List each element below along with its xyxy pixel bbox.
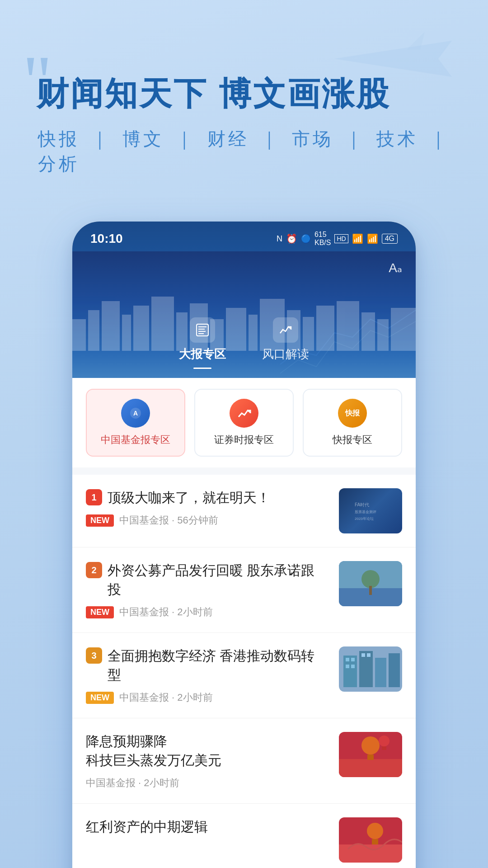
news-item-1[interactable]: 1 顶级大咖来了，就在明天！ NEW 中国基金报 · 56分钟前 FA时代 (72, 475, 416, 547)
status-icons: N ⏰ 🔵 615KB/S HD 📶 📶 4G (277, 231, 398, 247)
rank-badge-2: 2 (86, 562, 102, 578)
news-source-4: 中国基金报 · 2小时前 (86, 776, 179, 790)
news-title-2: 外资公募产品发行回暖 股东承诺跟投 (108, 561, 328, 599)
svg-point-30 (361, 570, 380, 588)
phone-header: 10:10 N ⏰ 🔵 615KB/S HD 📶 📶 4G (72, 222, 416, 378)
news-meta-2: NEW 中国基金报 · 2小时前 (86, 605, 328, 619)
news-content-3: 3 全面拥抱数字经济 香港推动数码转型 NEW 中国基金报 · 2小时前 (86, 646, 328, 704)
nav-item-dabao[interactable]: 大报专区 (179, 317, 226, 369)
subtitle-jishu: 技术 (376, 129, 418, 149)
font-size-icon[interactable]: Aₐ (389, 260, 402, 275)
nav-icon-dabao (190, 317, 215, 343)
subtitle-kuaibao: 快报 (38, 129, 80, 149)
subtitle-caijing: 财经 (207, 129, 249, 149)
rank-badge-1: 1 (86, 489, 102, 505)
status-time: 10:10 (90, 231, 123, 246)
battery-badge: 4G (382, 234, 398, 244)
thumb-inner-1: FA时代 股票基金测评 2023年论坛 (339, 488, 402, 533)
news-source-1: 中国基金报 · 56分钟前 (119, 514, 218, 527)
svg-rect-52 (372, 839, 378, 844)
nav-label-fengkou: 风口解读 (262, 346, 309, 362)
kuaibao-icon-text: 快报 (345, 409, 360, 418)
cat-label-jijin: 中国基金报专区 (101, 433, 170, 447)
subtitle-shichang: 市场 (292, 129, 333, 149)
svg-rect-35 (375, 658, 386, 687)
news-item-4[interactable]: 降息预期骤降科技巨头蒸发万亿美元 中国基金报 · 2小时前 (72, 718, 416, 804)
phone-mockup: 10:10 N ⏰ 🔵 615KB/S HD 📶 📶 4G (72, 222, 416, 868)
news-title-3: 全面拥抱数字经济 香港推动数码转型 (108, 646, 328, 684)
alarm-icon: ⏰ (286, 233, 297, 244)
hero-subtitle: 快报 ｜ 博文 ｜ 财经 ｜ 市场 ｜ 技术 ｜ 分析 (36, 127, 452, 176)
subtitle-fenxi: 分析 (38, 154, 80, 174)
rank-badge-3: 3 (86, 647, 102, 664)
news-item-2[interactable]: 2 外资公募产品发行回暖 股东承诺跟投 NEW 中国基金报 · 2小时前 (72, 547, 416, 633)
svg-point-45 (361, 736, 380, 755)
svg-point-51 (367, 823, 383, 839)
news-title-row-3: 3 全面拥抱数字经济 香港推动数码转型 (86, 646, 328, 684)
svg-text:FA时代: FA时代 (355, 502, 369, 507)
svg-rect-39 (346, 665, 349, 668)
news-content-2: 2 外资公募产品发行回暖 股东承诺跟投 NEW 中国基金报 · 2小时前 (86, 561, 328, 619)
news-meta-4: 中国基金报 · 2小时前 (86, 776, 328, 790)
news-source-2: 中国基金报 · 2小时前 (119, 605, 213, 619)
news-title-row-4: 降息预期骤降科技巨头蒸发万亿美元 (86, 732, 328, 770)
news-content-4: 降息预期骤降科技巨头蒸发万亿美元 中国基金报 · 2小时前 (86, 732, 328, 790)
phone-content: A 中国基金报专区 证券时报专区 (72, 378, 416, 868)
tab-kuaibao[interactable]: 快报 快报专区 (303, 389, 402, 457)
svg-rect-31 (369, 586, 372, 595)
svg-rect-19 (197, 324, 208, 336)
news-title-5: 红利资产的中期逻辑 (86, 817, 208, 836)
tab-zhengquan-shibao[interactable]: 证券时报专区 (194, 389, 294, 457)
network-icon: N (277, 234, 282, 244)
subtitle-sep5: ｜ (429, 129, 450, 149)
news-meta-1: NEW 中国基金报 · 56分钟前 (86, 514, 328, 527)
new-badge-3: NEW (86, 692, 114, 704)
news-item-5[interactable]: 红利资产的中期逻辑 (72, 804, 416, 868)
subtitle-sep3: ｜ (260, 129, 288, 149)
wifi-icon: 📶 (352, 233, 363, 244)
news-content-1: 1 顶级大咖来了，就在明天！ NEW 中国基金报 · 56分钟前 (86, 488, 328, 527)
svg-rect-38 (351, 658, 355, 661)
news-list: 1 顶级大咖来了，就在明天！ NEW 中国基金报 · 56分钟前 FA时代 (72, 475, 416, 868)
subtitle-sep4: ｜ (345, 129, 373, 149)
svg-text:2023年论坛: 2023年论坛 (355, 517, 374, 521)
svg-rect-36 (389, 653, 400, 687)
subtitle-sep2: ｜ (175, 129, 203, 149)
thumb-inner-2 (339, 561, 402, 606)
tab-zhongguo-jijin[interactable]: A 中国基金报专区 (86, 389, 185, 457)
svg-point-47 (379, 736, 389, 746)
svg-text:A: A (133, 410, 138, 417)
cat-label-zhengquan: 证券时报专区 (214, 433, 274, 447)
news-title-1: 顶级大咖来了，就在明天！ (108, 488, 270, 507)
svg-text:股票基金测评: 股票基金测评 (355, 510, 376, 514)
svg-rect-48 (382, 746, 386, 750)
news-content-5: 红利资产的中期逻辑 (86, 817, 328, 843)
svg-rect-46 (367, 755, 374, 760)
nav-item-fengkou[interactable]: 风口解读 (262, 317, 309, 369)
news-item-3[interactable]: 3 全面拥抱数字经济 香港推动数码转型 NEW 中国基金报 · 2小时前 (72, 633, 416, 718)
signal-icon: 📶 (367, 233, 378, 244)
svg-rect-41 (361, 653, 365, 657)
new-badge-2: NEW (86, 606, 114, 618)
nav-label-dabao: 大报专区 (179, 346, 226, 362)
news-title-4: 降息预期骤降科技巨头蒸发万亿美元 (86, 732, 221, 770)
svg-rect-42 (367, 653, 371, 657)
nav-icon-fengkou (273, 317, 298, 343)
news-title-row-5: 红利资产的中期逻辑 (86, 817, 328, 836)
subtitle-sep1: ｜ (91, 129, 119, 149)
hero-section: 财闻知天下 博文画涨股 快报 ｜ 博文 ｜ 财经 ｜ 市场 ｜ 技术 ｜ 分析 (0, 0, 488, 203)
news-title-row-1: 1 顶级大咖来了，就在明天！ (86, 488, 328, 507)
cat-icon-kuaibao: 快报 (338, 399, 367, 428)
header-nav: 大报专区 风口解读 (72, 317, 416, 378)
category-tabs: A 中国基金报专区 证券时报专区 (72, 378, 416, 467)
subtitle-bowen: 博文 (122, 129, 164, 149)
news-meta-3: NEW 中国基金报 · 2小时前 (86, 691, 328, 704)
new-badge-1: NEW (86, 514, 114, 527)
svg-rect-34 (359, 651, 373, 687)
svg-rect-50 (339, 844, 402, 863)
cat-label-kuaibao: 快报专区 (333, 433, 372, 447)
news-thumb-4 (339, 732, 402, 777)
svg-rect-44 (339, 759, 402, 777)
news-thumb-5 (339, 817, 402, 863)
svg-rect-40 (351, 665, 355, 668)
